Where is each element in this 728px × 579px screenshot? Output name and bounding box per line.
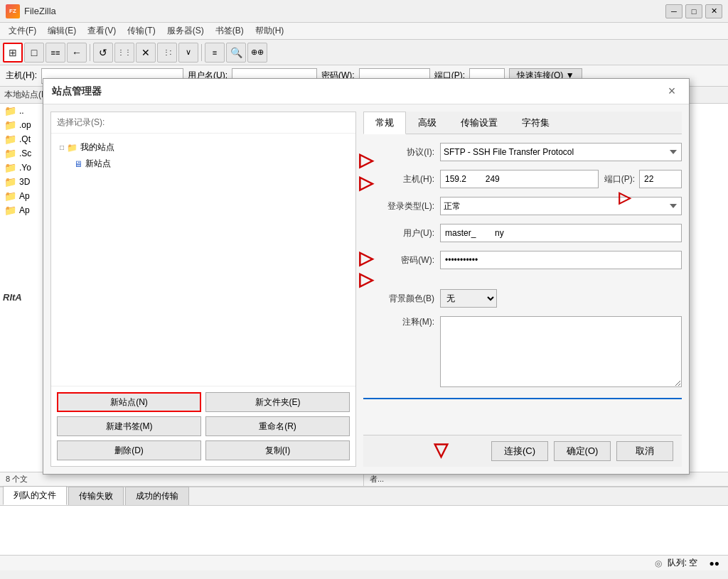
- folder-icon: 📁: [4, 134, 16, 145]
- tree-child-label: 新站点: [85, 158, 111, 170]
- host-input[interactable]: [440, 170, 599, 188]
- dialog-title-bar: 站点管理器 ×: [43, 79, 689, 104]
- toolbar-sep-1: [90, 44, 90, 61]
- new-site-button[interactable]: 新站点(N): [57, 392, 201, 412]
- delete-button[interactable]: 删除(D): [57, 440, 201, 460]
- window-controls: ─ □ ✕: [665, 4, 722, 18]
- title-bar: FZ FileZilla ─ □ ✕: [0, 0, 728, 23]
- port-label: 端口(P):: [604, 173, 635, 185]
- menu-help[interactable]: 帮助(H): [250, 23, 290, 38]
- dialog-settings-panel: 常规 高级 传输设置 字符集 协议(I): SFTP - SSH File Tr…: [363, 112, 682, 467]
- folder-icon: 📁: [4, 105, 16, 117]
- tab-queue[interactable]: 列队的文件: [3, 486, 67, 505]
- bg-color-label: 背景颜色(B): [363, 293, 434, 305]
- toolbar-sep-2: [201, 44, 202, 61]
- folder-icon: 📁: [4, 119, 16, 131]
- toolbar-btn-list[interactable]: ≡: [205, 43, 225, 63]
- server-icon: 🖥: [74, 159, 82, 169]
- toolbar-btn-refresh[interactable]: ↺: [93, 43, 113, 63]
- tree-child[interactable]: 🖥 新站点: [71, 156, 350, 172]
- password-label: 密码(W):: [363, 254, 434, 266]
- protocol-row: 协议(I): SFTP - SSH File Transfer Protocol…: [363, 143, 682, 161]
- tab-transfer-settings[interactable]: 传输设置: [449, 112, 510, 134]
- protocol-select[interactable]: SFTP - SSH File Transfer Protocol FTP - …: [440, 143, 682, 161]
- port-input[interactable]: [639, 170, 682, 188]
- dialog-action-buttons: 新站点(N) 新文件夹(E) 新建书签(M) 重命名(R) 删除(D) 复制(I…: [51, 386, 355, 466]
- tab-success[interactable]: 成功的传输: [125, 487, 189, 505]
- tab-general[interactable]: 常规: [363, 112, 406, 134]
- dialog-body: 选择记录(S): □ 📁 我的站点 🖥 新站点 新站点(N) 新文件夹(E): [43, 104, 689, 474]
- tab-charset[interactable]: 字符集: [510, 112, 562, 134]
- menu-view[interactable]: 查看(V): [82, 23, 122, 38]
- new-bookmark-button[interactable]: 新建书签(M): [57, 416, 201, 436]
- settings-scroll-area: 协议(I): SFTP - SSH File Transfer Protocol…: [363, 143, 682, 435]
- user-row: 用户(U):: [363, 224, 682, 242]
- blue-divider: [363, 398, 682, 399]
- menu-file[interactable]: 文件(F): [3, 23, 42, 38]
- site-tree[interactable]: □ 📁 我的站点 🖥 新站点: [51, 134, 355, 386]
- queue-icon: ◎: [655, 558, 662, 568]
- cancel-button[interactable]: 取消: [616, 441, 673, 461]
- toolbar-btn-sync[interactable]: ⊕⊕: [247, 43, 267, 63]
- ok-button[interactable]: 确定(O): [554, 441, 611, 461]
- port-group: 端口(P):: [604, 170, 682, 188]
- tree-expand-icon: □: [60, 144, 64, 151]
- toolbar: ⊞ □ ≡≡ ← ↺ ⋮⋮ ✕ ⋮: ∨ ≡ 🔍 ⊕⊕: [0, 40, 728, 65]
- toolbar-btn-6[interactable]: ⋮:: [157, 43, 177, 63]
- toolbar-btn-4[interactable]: ←: [67, 43, 87, 63]
- tab-failed[interactable]: 传输失败: [68, 487, 124, 505]
- login-type-select[interactable]: 正常 匿名 询问密码: [440, 197, 682, 215]
- folder-icon: 📁: [4, 148, 16, 159]
- menu-bar: 文件(F) 编辑(E) 查看(V) 传输(T) 服务器(S) 书签(B) 帮助(…: [0, 23, 728, 40]
- menu-edit[interactable]: 编辑(E): [42, 23, 82, 38]
- notes-row: 注释(M):: [363, 316, 682, 389]
- toolbar-btn-3[interactable]: ≡≡: [46, 43, 65, 63]
- toolbar-btn-cancel[interactable]: ✕: [136, 43, 156, 63]
- folder-icon: 📁: [4, 190, 16, 202]
- status-dots: ●●: [710, 558, 720, 568]
- connect-button[interactable]: 连接(C): [491, 441, 548, 461]
- app-icon: FZ: [6, 4, 20, 18]
- copy-button[interactable]: 复制(I): [205, 440, 350, 460]
- menu-bookmark[interactable]: 书签(B): [210, 23, 250, 38]
- bg-color-select[interactable]: 无 红色 绿色 蓝色: [440, 289, 497, 308]
- toolbar-btn-search[interactable]: 🔍: [226, 43, 246, 63]
- password-row: 密码(W):: [363, 251, 682, 269]
- menu-transfer[interactable]: 传输(T): [122, 23, 161, 38]
- folder-icon: 📁: [4, 205, 16, 216]
- rename-button[interactable]: 重命名(R): [205, 416, 350, 436]
- password-input[interactable]: [440, 251, 682, 269]
- host-row: 主机(H): 端口(P):: [363, 170, 682, 188]
- host-label: 主机(H):: [363, 173, 434, 185]
- login-type-label: 登录类型(L):: [363, 200, 434, 212]
- notes-textarea[interactable]: [440, 316, 682, 387]
- dialog-tree-panel: 选择记录(S): □ 📁 我的站点 🖥 新站点 新站点(N) 新文件夹(E): [50, 112, 356, 467]
- title-bar-text: FileZilla: [24, 6, 665, 16]
- menu-server[interactable]: 服务器(S): [161, 23, 210, 38]
- user-input[interactable]: [440, 224, 682, 242]
- queue-area: [0, 505, 728, 555]
- login-type-row: 登录类型(L): 正常 匿名 询问密码: [363, 197, 682, 215]
- folder-icon: 📁: [4, 176, 16, 188]
- dialog-close-button[interactable]: ×: [663, 83, 680, 100]
- toolbar-btn-5[interactable]: ⋮⋮: [114, 43, 134, 63]
- folder-icon: 📁: [4, 162, 16, 173]
- toolbar-btn-7[interactable]: ∨: [178, 43, 198, 63]
- bg-color-row: 背景颜色(B) 无 红色 绿色 蓝色: [363, 289, 682, 308]
- folder-icon: 📁: [67, 143, 77, 153]
- close-window-button[interactable]: ✕: [705, 4, 722, 18]
- site-manager-toolbar-btn[interactable]: ⊞: [3, 43, 23, 63]
- tree-root[interactable]: □ 📁 我的站点: [57, 139, 350, 156]
- new-folder-button[interactable]: 新文件夹(E): [205, 392, 350, 412]
- notes-area: [440, 316, 682, 389]
- dialog-footer: 连接(C) 确定(O) 取消: [363, 435, 682, 467]
- quickconnect-host-label: 主机(H):: [6, 70, 37, 82]
- protocol-label: 协议(I):: [363, 146, 434, 158]
- tab-advanced[interactable]: 高级: [406, 112, 449, 134]
- user-label: 用户(U):: [363, 227, 434, 239]
- minimize-button[interactable]: ─: [665, 4, 682, 18]
- site-manager-dialog: 站点管理器 × 选择记录(S): □ 📁 我的站点 🖥 新站点: [43, 78, 690, 475]
- toolbar-btn-2[interactable]: □: [24, 43, 44, 63]
- tree-root-label: 我的站点: [80, 141, 114, 153]
- maximize-button[interactable]: □: [685, 4, 702, 18]
